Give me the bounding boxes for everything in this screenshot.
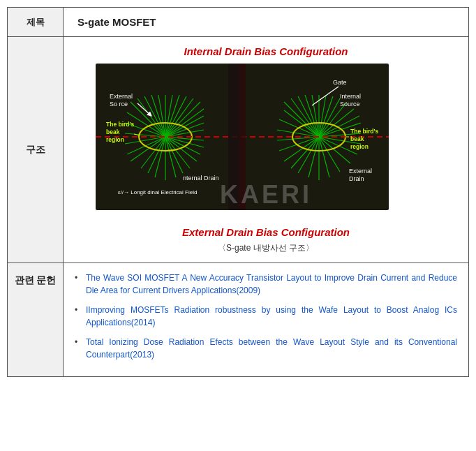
svg-text:beak: beak [106, 128, 120, 135]
reference-item-2: IImproving MOSFETs Radiation robustness … [75, 304, 457, 329]
svg-text:Internal: Internal [340, 93, 361, 100]
mosfet-diagram-svg: External So rce Gate Internal Source The… [75, 60, 410, 221]
svg-text:region: region [106, 136, 124, 143]
diagram-image: External So rce Gate Internal Source The… [75, 60, 457, 223]
svg-text:ε//→ Longit dinal Electrical F: ε//→ Longit dinal Electrical Field [118, 189, 197, 195]
svg-text:beak: beak [350, 135, 364, 142]
structure-row: 구조 Internal Drain Bias Configuration [8, 37, 468, 263]
structure-content: Internal Drain Bias Configuration [64, 37, 468, 263]
references-content: The Wave SOI MOSFET A New Accuracy Trans… [64, 263, 468, 376]
main-table: 제목 S-gate MOSFET 구조 Internal Drain Bias … [7, 7, 469, 377]
diagram-title-top: Internal Drain Bias Configuration [184, 45, 348, 57]
title-content: S-gate MOSFET [64, 8, 468, 36]
svg-text:Source: Source [340, 101, 360, 108]
svg-text:External: External [110, 93, 133, 100]
svg-text:External: External [349, 168, 372, 175]
references-label: 관련 문헌 [8, 263, 64, 376]
reference-item-1: The Wave SOI MOSFET A New Accuracy Trans… [75, 272, 457, 297]
svg-text:region: region [350, 143, 369, 150]
reference-list: The Wave SOI MOSFET A New Accuracy Trans… [75, 272, 457, 368]
svg-text:Gate: Gate [333, 79, 347, 86]
svg-text:So rce: So rce [110, 101, 128, 108]
title-text: S-gate MOSFET [77, 16, 156, 28]
title-row: 제목 S-gate MOSFET [8, 8, 468, 37]
svg-text:nternal Drain: nternal Drain [183, 175, 219, 182]
structure-label: 구조 [8, 37, 64, 263]
svg-text:The bird's: The bird's [106, 121, 135, 128]
title-label: 제목 [8, 8, 64, 36]
svg-rect-65 [228, 64, 239, 210]
reference-item-3: Total Ionizing Dose Radiation Efects bet… [75, 336, 457, 361]
svg-text:Drain: Drain [349, 175, 364, 182]
references-row: 관련 문헌 The Wave SOI MOSFET A New Accuracy… [8, 263, 468, 376]
svg-rect-66 [239, 64, 246, 210]
diagram-title-bottom: External Drain Bias Configuration [182, 226, 350, 238]
diagram-caption: 〈S-gate 내방사선 구조〉 [218, 242, 314, 254]
svg-text:The bird's: The bird's [350, 128, 379, 135]
